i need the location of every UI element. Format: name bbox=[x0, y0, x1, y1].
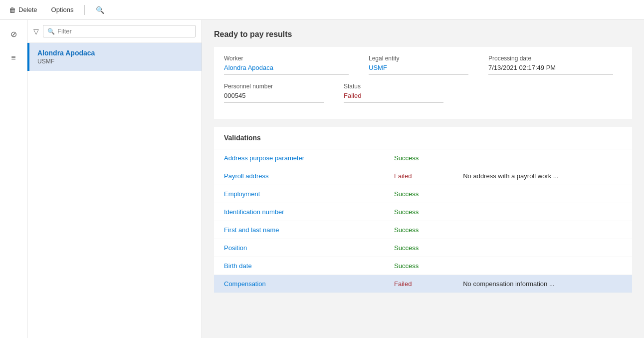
validation-name: Employment bbox=[214, 185, 384, 203]
table-row: Address purpose parameterSuccess bbox=[214, 149, 632, 167]
processing-date-field: Processing date 7/13/2021 02:17:49 PM bbox=[488, 55, 613, 75]
validation-name: Compensation bbox=[214, 275, 384, 293]
table-row: CompensationFailedNo compensation inform… bbox=[214, 275, 632, 293]
personnel-number-label: Personnel number bbox=[224, 83, 324, 90]
form-section: Worker Alondra Apodaca Legal entity USMF… bbox=[214, 47, 632, 119]
validation-status: Success bbox=[384, 257, 453, 275]
filter-search-icon: 🔍 bbox=[47, 28, 55, 35]
options-label: Options bbox=[51, 6, 74, 13]
legal-entity-field: Legal entity USMF bbox=[369, 55, 468, 75]
sidebar-item-alondra[interactable]: Alondra Apodaca USMF bbox=[27, 43, 202, 71]
toolbar: 🗑 Delete Options 🔍 bbox=[0, 0, 644, 20]
validation-status: Success bbox=[384, 239, 453, 257]
sidebar: ▽ 🔍 Alondra Apodaca USMF bbox=[27, 20, 202, 338]
validation-message bbox=[453, 239, 632, 257]
validation-name: Identification number bbox=[214, 203, 384, 221]
legal-entity-label: Legal entity bbox=[369, 55, 468, 62]
validation-status: Failed bbox=[384, 275, 453, 293]
nav-menu-icon[interactable]: ≡ bbox=[4, 49, 22, 67]
validation-name: Birth date bbox=[214, 257, 384, 275]
filter-input[interactable] bbox=[57, 27, 191, 35]
status-label: Status bbox=[344, 83, 443, 90]
table-row: Payroll addressFailedNo address with a p… bbox=[214, 167, 632, 185]
table-row: PositionSuccess bbox=[214, 239, 632, 257]
legal-entity-value: USMF bbox=[369, 64, 468, 75]
validation-name: Address purpose parameter bbox=[214, 149, 384, 167]
form-row-1: Worker Alondra Apodaca Legal entity USMF… bbox=[224, 55, 622, 75]
validation-message bbox=[453, 185, 632, 203]
nav-filter-icon[interactable]: ⊘ bbox=[4, 25, 22, 43]
personnel-number-field: Personnel number 000545 bbox=[224, 83, 324, 103]
validation-name: First and last name bbox=[214, 221, 384, 239]
worker-field: Worker Alondra Apodaca bbox=[224, 55, 349, 75]
validation-name: Position bbox=[214, 239, 384, 257]
worker-label: Worker bbox=[224, 55, 349, 62]
form-row-2: Personnel number 000545 Status Failed bbox=[224, 83, 622, 103]
nav-panel: ⊘ ≡ bbox=[0, 20, 27, 338]
delete-icon: 🗑 bbox=[9, 6, 16, 14]
search-button[interactable]: 🔍 bbox=[93, 4, 107, 16]
validation-status: Success bbox=[384, 149, 453, 167]
table-row: Identification numberSuccess bbox=[214, 203, 632, 221]
filter-input-wrap[interactable]: 🔍 bbox=[43, 25, 196, 37]
validations-title: Validations bbox=[214, 127, 632, 149]
worker-value: Alondra Apodaca bbox=[224, 64, 349, 75]
validations-section: Validations Address purpose parameterSuc… bbox=[214, 127, 632, 293]
sidebar-item-name: Alondra Apodaca bbox=[37, 49, 194, 57]
validations-table: Address purpose parameterSuccessPayroll … bbox=[214, 149, 632, 293]
status-value: Failed bbox=[344, 92, 443, 103]
validation-status: Failed bbox=[384, 167, 453, 185]
delete-label: Delete bbox=[18, 6, 37, 13]
processing-date-label: Processing date bbox=[488, 55, 613, 62]
table-row: Birth dateSuccess bbox=[214, 257, 632, 275]
options-button[interactable]: Options bbox=[48, 4, 77, 15]
delete-button[interactable]: 🗑 Delete bbox=[6, 4, 40, 16]
sidebar-list: Alondra Apodaca USMF bbox=[27, 43, 202, 338]
validation-status: Success bbox=[384, 221, 453, 239]
validation-message bbox=[453, 221, 632, 239]
main-layout: ⊘ ≡ ▽ 🔍 Alondra Apodaca USMF Ready to pa… bbox=[0, 20, 644, 338]
validation-message bbox=[453, 149, 632, 167]
validation-message: No compensation information ... bbox=[453, 275, 632, 293]
search-icon: 🔍 bbox=[96, 6, 104, 14]
validation-message: No address with a payroll work ... bbox=[453, 167, 632, 185]
toolbar-divider bbox=[84, 5, 85, 15]
validation-message bbox=[453, 203, 632, 221]
table-row: EmploymentSuccess bbox=[214, 185, 632, 203]
personnel-number-value: 000545 bbox=[224, 92, 324, 103]
content-area: Ready to pay results Worker Alondra Apod… bbox=[202, 20, 644, 338]
page-title: Ready to pay results bbox=[214, 30, 632, 39]
status-field: Status Failed bbox=[344, 83, 443, 103]
validation-status: Success bbox=[384, 203, 453, 221]
processing-date-value: 7/13/2021 02:17:49 PM bbox=[488, 64, 613, 75]
sidebar-item-sub: USMF bbox=[37, 58, 194, 65]
table-row: First and last nameSuccess bbox=[214, 221, 632, 239]
filter-icon: ▽ bbox=[33, 27, 39, 35]
validation-status: Success bbox=[384, 185, 453, 203]
sidebar-filter-bar: ▽ 🔍 bbox=[27, 20, 202, 43]
validation-name: Payroll address bbox=[214, 167, 384, 185]
validation-message bbox=[453, 257, 632, 275]
